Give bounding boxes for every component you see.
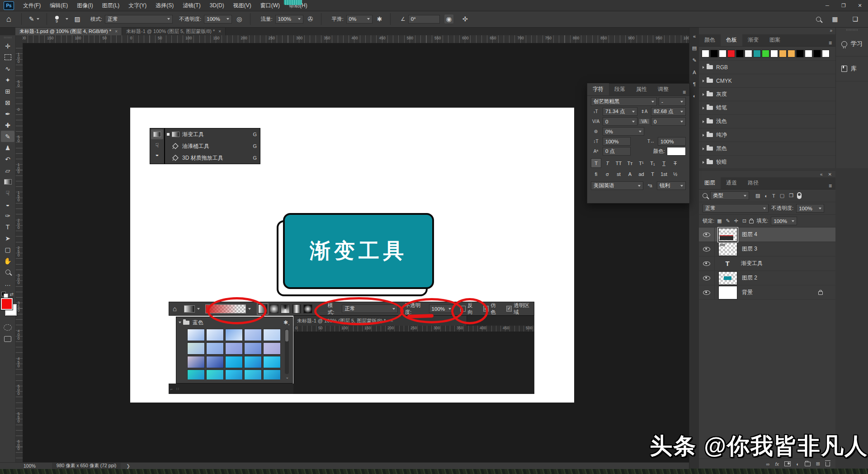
menu-item-1[interactable]: 编辑(E) <box>45 0 72 11</box>
eraser-tool[interactable]: ▱ <box>1 165 14 176</box>
smoothing-gear-icon[interactable]: ✱ <box>377 15 382 23</box>
menu-item-2[interactable]: 图像(I) <box>72 0 97 11</box>
smoothing-dropdown[interactable]: 0% <box>346 15 373 24</box>
color-swatch-8[interactable] <box>770 50 778 57</box>
color-swatch-11[interactable] <box>796 50 804 57</box>
baseline-shift-field[interactable]: 0 点 <box>603 147 631 156</box>
paragraph-panel-icon[interactable]: ¶ <box>693 81 696 87</box>
color-swatch-3[interactable] <box>727 50 735 57</box>
more-tools[interactable]: … <box>1 278 14 289</box>
font-family-dropdown[interactable]: 创艺简粗黑 <box>591 97 657 106</box>
color-swatch-5[interactable] <box>745 50 752 57</box>
swatch-group-2[interactable]: 灰度 <box>699 87 835 101</box>
collapse-panels-icon[interactable]: « <box>693 33 696 39</box>
close-tab-icon[interactable]: × <box>115 29 118 34</box>
swatches-tab-menu-icon[interactable]: ≡ <box>829 40 835 46</box>
eye-icon[interactable] <box>703 290 710 295</box>
type-style-button-2[interactable]: TT <box>613 158 624 168</box>
close-tab-icon[interactable]: × <box>218 29 221 34</box>
shape-filter-icon[interactable]: ▢ <box>780 193 784 199</box>
horizontal-ruler[interactable]: 2001501005005010015020025030035040045050… <box>23 35 689 43</box>
menu-item-6[interactable]: 滤镜(T) <box>178 0 205 11</box>
swatch-group-5[interactable]: 纯净 <box>699 128 835 142</box>
color-swatch-6[interactable] <box>753 50 761 57</box>
swatches-tab-1[interactable]: 色板 <box>721 34 742 46</box>
photoshop-logo[interactable]: Ps <box>4 1 14 10</box>
maximize-button[interactable]: ❐ <box>835 0 852 11</box>
collapse-dock-icon[interactable]: » <box>830 28 832 33</box>
color-swatch-7[interactable] <box>762 50 769 57</box>
vertical-scale-field[interactable]: 100% <box>603 137 631 146</box>
type-style-button-5[interactable]: T₁ <box>647 158 658 168</box>
layers-tab-menu-icon[interactable]: ≡ <box>829 183 835 189</box>
share-icon[interactable]: ❏ <box>852 15 858 23</box>
lasso-tool[interactable]: ∿ <box>1 63 14 74</box>
lock-position-icon[interactable]: ✛ <box>734 218 738 224</box>
layer-thumbnail[interactable] <box>718 271 737 285</box>
frame-tool[interactable]: ⊠ <box>1 97 14 108</box>
marquee-tool[interactable] <box>1 52 14 63</box>
brush-picker-chevron-icon[interactable] <box>66 18 68 20</box>
gradient-tool[interactable] <box>1 176 14 187</box>
gradient-swatch-18[interactable] <box>244 370 262 379</box>
blend-mode-dropdown[interactable]: 正常 <box>105 15 173 24</box>
opentype-button-3[interactable]: A <box>625 169 635 179</box>
type-style-button-4[interactable]: T¹ <box>636 158 646 168</box>
color-swatch-2[interactable] <box>719 50 726 57</box>
screen-mode-icon[interactable] <box>4 336 11 342</box>
character-tab-menu-icon[interactable]: ≡ <box>683 89 689 95</box>
toolbar-grip[interactable] <box>4 37 11 38</box>
menu-item-5[interactable]: 选择(S) <box>151 0 178 11</box>
layer-row-3[interactable]: 图层 2 <box>699 271 835 285</box>
add-mask-icon[interactable] <box>784 461 791 466</box>
adjustment-layer-icon[interactable]: ◐ <box>796 461 799 467</box>
opentype-button-1[interactable]: σ <box>602 169 613 179</box>
opacity-pressure-icon[interactable]: ◎ <box>236 15 242 23</box>
opentype-button-5[interactable]: T <box>647 169 658 179</box>
eye-icon[interactable] <box>703 247 710 251</box>
layer-visibility-cell[interactable] <box>699 271 715 285</box>
color-swatch-10[interactable] <box>788 50 795 57</box>
swatch-group-0[interactable]: RGB <box>699 60 835 74</box>
home-icon[interactable]: ⌂ <box>6 14 11 24</box>
character-tab-2[interactable]: 属性 <box>631 83 652 95</box>
lock-all-icon[interactable] <box>749 220 754 223</box>
type-style-button-7[interactable]: Ŧ <box>670 158 680 168</box>
fill-dropdown[interactable]: 100% <box>771 217 797 225</box>
side-tab-0[interactable]: 学习 <box>836 32 868 57</box>
flyout-item-2[interactable]: 3D 材质拖放工具G <box>165 152 260 164</box>
gradient-swatch-9[interactable] <box>263 342 281 355</box>
layer-visibility-cell[interactable] <box>699 228 715 242</box>
layer-thumbnail[interactable] <box>718 228 737 242</box>
menu-item-0[interactable]: 文件(F) <box>19 0 45 11</box>
foreground-color-swatch[interactable] <box>1 298 13 310</box>
layer-style-icon[interactable]: fx <box>775 461 779 467</box>
brush-angle-field[interactable]: 0° <box>408 15 440 24</box>
eye-icon[interactable] <box>703 261 710 266</box>
layer-opacity-dropdown[interactable]: 100% <box>796 204 824 213</box>
brushes-panel-icon[interactable]: ✎ <box>692 57 696 63</box>
lock-artboard-icon[interactable]: ⊡ <box>742 218 746 224</box>
link-layers-icon[interactable]: ∞ <box>766 461 770 467</box>
side-tab-1[interactable]: 库 <box>836 57 868 81</box>
color-swatch-0[interactable] <box>702 50 709 57</box>
gradient-swatch-4[interactable] <box>263 329 281 341</box>
search-icon[interactable] <box>816 17 821 22</box>
menu-item-3[interactable]: 图层(L) <box>98 0 124 11</box>
layers-tab-2[interactable]: 路径 <box>742 177 764 189</box>
swatches-tab-3[interactable]: 图案 <box>764 34 786 46</box>
collapse-panel-icon[interactable]: « <box>820 172 823 177</box>
swatches-tab-0[interactable]: 颜色 <box>699 34 721 46</box>
color-swatch-12[interactable] <box>805 50 812 57</box>
character-tab-3[interactable]: 调整 <box>652 83 674 95</box>
swatch-group-4[interactable]: 浅色 <box>699 114 835 128</box>
status-chevron-icon[interactable]: ❯ <box>126 463 130 469</box>
pixel-filter-icon[interactable]: ▨ <box>755 193 760 199</box>
quick-mask-icon[interactable] <box>4 324 12 331</box>
clone-source-panel-icon[interactable]: ◐ <box>693 93 696 99</box>
character-tab-1[interactable]: 段落 <box>609 83 631 95</box>
gradient-swatch-1[interactable] <box>206 329 224 341</box>
document-tab-0[interactable]: 未标题-1.psd @ 100% (图层 4, RGB/8#) *× <box>15 27 122 35</box>
healing-brush-tool[interactable]: ✚ <box>1 119 14 131</box>
layers-tab-1[interactable]: 通道 <box>721 177 742 189</box>
